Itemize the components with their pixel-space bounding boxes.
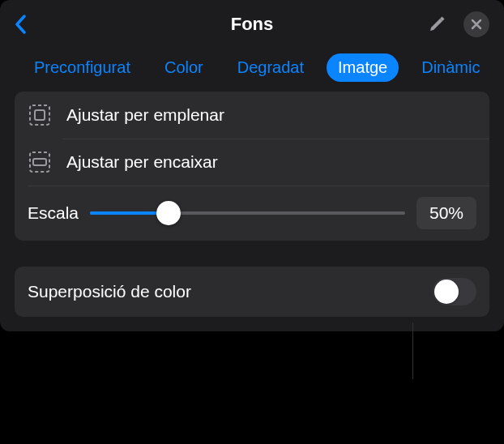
page-title: Fons — [231, 14, 274, 35]
tab-bar: Preconfigurat Color Degradat Imatge Dinà… — [0, 45, 504, 92]
svg-rect-3 — [33, 159, 46, 165]
fit-contain-option[interactable]: Ajustar per encaixar — [15, 139, 489, 186]
tab-preconfigurat[interactable]: Preconfigurat — [23, 53, 142, 82]
color-overlay-label: Superposició de color — [28, 282, 191, 301]
back-button[interactable] — [15, 13, 31, 36]
scale-label: Escala — [28, 203, 79, 223]
scale-slider[interactable] — [90, 200, 405, 226]
fit-fill-option[interactable]: Ajustar per emplenar — [15, 92, 489, 139]
tab-degradat[interactable]: Degradat — [226, 53, 315, 82]
scale-fill-icon — [28, 103, 52, 127]
callout-line — [412, 322, 413, 379]
tab-imatge[interactable]: Imatge — [327, 53, 399, 82]
scale-value[interactable]: 50% — [416, 197, 476, 229]
eyedropper-button[interactable] — [426, 14, 447, 35]
tab-color[interactable]: Color — [153, 53, 215, 82]
fit-contain-label: Ajustar per encaixar — [66, 152, 218, 172]
tab-dinamic[interactable]: Dinàmic — [410, 53, 491, 82]
svg-rect-1 — [35, 110, 45, 120]
color-overlay-toggle[interactable] — [433, 278, 476, 305]
scale-fit-icon — [28, 150, 52, 174]
svg-rect-0 — [30, 105, 49, 125]
close-button[interactable] — [463, 11, 489, 37]
fit-fill-label: Ajustar per emplenar — [66, 105, 224, 125]
